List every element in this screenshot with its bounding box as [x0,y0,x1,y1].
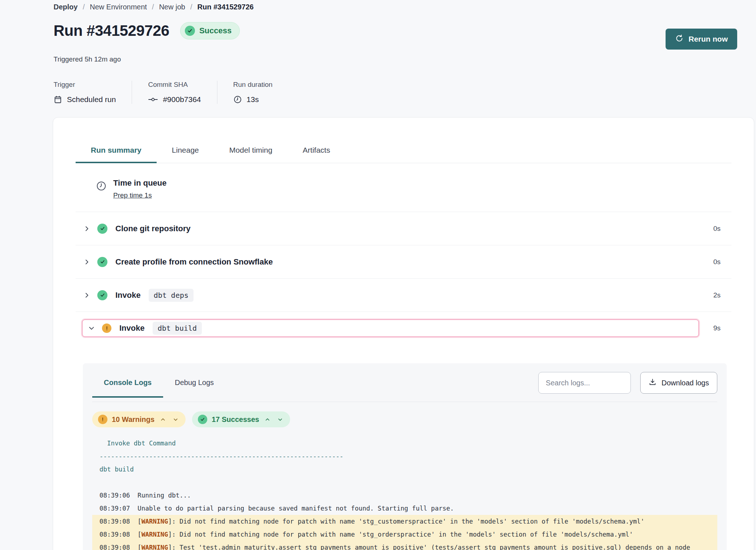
step-row-dbt-build[interactable]: Invoke dbt build 9s [76,312,731,344]
refresh-icon [675,34,684,45]
warning-token: WARNING [141,544,168,550]
log-line: ----------------------------------------… [92,450,717,463]
step-row-clone-git[interactable]: Clone git repository 0s [76,212,731,245]
commit-icon [148,95,158,104]
prep-time-link[interactable]: Prep time 1s [113,191,152,199]
step-command-chip: dbt build [153,322,202,335]
step-label: Clone git repository [115,224,191,233]
successes-count: 17 Successes [212,415,259,424]
chevron-right-icon[interactable] [82,259,92,265]
chevron-down-icon[interactable] [171,417,180,422]
chevron-right-icon[interactable] [82,292,92,299]
run-meta: Trigger Scheduled run Commit SHA #900b73… [54,81,756,104]
warnings-badge: 10 Warnings [92,411,186,427]
step-label: Invoke [119,323,145,333]
commit-sha-value: #900b7364 [163,95,201,104]
warnings-count: 10 Warnings [112,415,154,424]
clock-icon [233,95,242,104]
step-row-create-profile[interactable]: Create profile from connection Snowflake… [76,245,731,279]
breadcrumb: Deploy / New Environment / New job / Run… [54,3,756,11]
rerun-now-label: Rerun now [689,35,728,43]
breadcrumb-deploy[interactable]: Deploy [54,3,78,11]
selected-step-box[interactable]: Invoke dbt build [82,320,699,337]
step-duration: 9s [713,324,721,332]
meta-commit: Commit SHA #900b7364 [148,81,217,104]
meta-duration: Run duration 13s [233,81,289,104]
tab-console-logs[interactable]: Console Logs [92,378,163,398]
success-check-icon [97,290,107,300]
success-check-icon [97,257,107,267]
calendar-icon [54,95,62,104]
step-duration: 0s [713,258,721,266]
step-duration: 2s [713,291,721,299]
log-line: 08:39:08 [WARNING]: Did not find matchin… [92,528,717,541]
chevron-down-icon[interactable] [276,417,284,422]
page-title: Run #341529726 [54,22,169,39]
run-duration-value: 13s [247,95,259,104]
success-check-icon [97,224,107,234]
tab-lineage[interactable]: Lineage [157,146,214,163]
warning-token: WARNING [141,531,168,538]
breadcrumb-new-environment[interactable]: New Environment [90,3,147,11]
run-detail-page: Deploy / New Environment / New job / Run… [0,0,756,550]
commit-sha-label: Commit SHA [148,81,201,89]
log-line [92,476,717,489]
warning-icon [98,415,107,424]
step-label: Invoke [115,291,141,300]
log-lines: Invoke dbt Command----------------------… [92,437,717,550]
search-logs-input[interactable] [538,372,631,394]
log-line: 08:39:07 Unable to do partial parsing be… [92,502,717,515]
run-tabs: Run summary Lineage Model timing Artifac… [76,146,731,163]
tab-run-summary[interactable]: Run summary [76,146,157,163]
log-line: Invoke dbt Command [92,437,717,450]
log-line: 08:39:08 [WARNING]: Did not find matchin… [92,515,717,528]
tab-model-timing[interactable]: Model timing [214,146,288,163]
status-badge: Success [180,22,240,39]
breadcrumb-separator: / [152,3,154,11]
status-badge-label: Success [199,26,232,35]
step-row-dbt-deps[interactable]: Invoke dbt deps 2s [76,279,731,312]
log-tabs: Console Logs Debug Logs [92,378,225,397]
breadcrumb-current-run: Run #341529726 [197,3,254,11]
chevron-up-icon[interactable] [159,417,167,422]
meta-trigger: Trigger Scheduled run [54,81,132,104]
success-check-icon [198,415,207,424]
trigger-value: Scheduled run [67,95,116,104]
step-command-chip: dbt deps [149,289,194,302]
chevron-right-icon[interactable] [82,225,92,232]
breadcrumb-separator: / [190,3,192,11]
time-in-queue-title: Time in queue [113,178,167,188]
triggered-timestamp: Triggered 5h 12m ago [54,55,756,63]
clock-icon [96,181,107,199]
tab-artifacts[interactable]: Artifacts [288,146,345,163]
success-check-icon [185,26,195,36]
console-log-panel: Console Logs Debug Logs Download logs [83,363,727,550]
tab-debug-logs[interactable]: Debug Logs [163,378,225,398]
download-logs-label: Download logs [662,379,709,387]
log-line: 08:39:06 Running dbt... [92,489,717,502]
warning-token: WARNING [141,518,168,525]
download-icon [649,378,657,388]
successes-badge: 17 Successes [192,411,290,427]
log-line: 08:39:08 [WARNING]: Test 'test.admin_mat… [92,541,717,550]
run-summary-card: Run summary Lineage Model timing Artifac… [53,117,754,550]
run-duration-label: Run duration [233,81,273,89]
log-line: dbt build [92,463,717,476]
download-logs-button[interactable]: Download logs [640,372,717,394]
step-duration: 0s [713,225,721,233]
step-label: Create profile from connection Snowflake [115,257,273,267]
time-in-queue-section: Time in queue Prep time 1s [76,163,731,212]
breadcrumb-new-job[interactable]: New job [159,3,185,11]
chevron-up-icon[interactable] [263,417,272,422]
log-summary-badges: 10 Warnings 17 Successes [92,411,717,427]
chevron-down-icon[interactable] [87,325,96,331]
warning-icon [102,323,111,333]
rerun-now-button[interactable]: Rerun now [666,29,738,50]
trigger-label: Trigger [54,81,116,89]
breadcrumb-separator: / [83,3,85,11]
